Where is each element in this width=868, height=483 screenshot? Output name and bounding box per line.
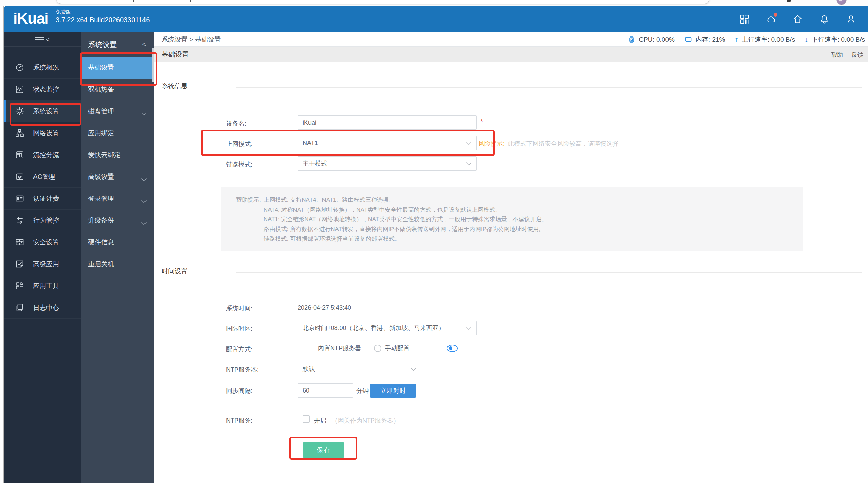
sidebar-item-label: AC管理	[33, 172, 55, 181]
sidebar-collapse-toggle[interactable]: <	[4, 32, 81, 47]
apps-grid-icon[interactable]	[739, 14, 750, 25]
submenu-collapse-icon[interactable]: <	[142, 41, 146, 48]
sidebar-item-behavior-control[interactable]: 行为管控	[4, 210, 81, 231]
build-version-label: 3.7.22 x64 Build202603301146	[56, 16, 150, 24]
memory-stat: 内存: 21%	[684, 35, 725, 44]
id-card-icon	[15, 194, 24, 203]
timezone-select[interactable]: 北京时间+08:00（北京、香港、新加坡、马来西亚）	[298, 321, 477, 335]
browser-chrome-strip	[0, 0, 868, 6]
sidebar-item-traffic-control[interactable]: 流控分流	[4, 144, 81, 166]
sync-interval-label: 同步间隔:	[226, 387, 252, 395]
device-name-input[interactable]	[298, 115, 477, 130]
browser-extension-icon[interactable]	[787, 0, 791, 2]
monitor-pulse-icon	[15, 85, 24, 94]
wan-mode-select[interactable]: NAT1	[298, 136, 477, 150]
submenu-item-app-binding[interactable]: 应用绑定	[81, 122, 154, 144]
upload-rate-stat: ↑ 上行速率: 0.00 B/s	[734, 35, 795, 44]
memory-icon	[684, 35, 692, 44]
chevron-down-icon	[466, 160, 471, 167]
page-title-bar: 基础设置 帮助 反馈	[154, 47, 868, 62]
wan-mode-label: 上网模式:	[226, 140, 252, 148]
home-icon[interactable]	[792, 14, 803, 25]
download-rate-stat: ↓ 下行速率: 0.00 B/s	[804, 35, 865, 44]
sidebar-item-label: 状态监控	[33, 85, 59, 94]
chevron-down-icon	[411, 366, 416, 373]
radio-manual-config[interactable]	[374, 345, 381, 352]
feedback-link[interactable]: 反馈	[851, 51, 864, 59]
doc-check-icon	[15, 259, 24, 269]
system-stats-bar: CPU: 0.00% 内存: 21% ↑ 上行速率: 0.00 B/s ↓ 下行…	[628, 35, 865, 44]
sidebar-item-label: 应用工具	[33, 282, 59, 290]
browser-address-bar[interactable]	[56, 0, 709, 4]
sidebar-item-log-center[interactable]: 日志中心	[4, 297, 81, 319]
submenu-item-disk-management[interactable]: 磁盘管理	[81, 100, 154, 122]
ntp-service-label: NTP服务:	[226, 416, 252, 425]
pages-icon	[15, 303, 24, 312]
chevron-down-icon	[141, 175, 147, 183]
submenu-item-advanced-settings[interactable]: 高级设置	[81, 166, 154, 188]
arrow-down-icon: ↓	[804, 35, 809, 43]
risk-warning-label: 风险提示:	[478, 140, 505, 148]
chevron-down-icon	[141, 197, 147, 205]
sidebar-item-auth-billing[interactable]: 认证计费	[4, 188, 81, 210]
sync-interval-input[interactable]	[298, 383, 353, 398]
chevron-down-icon	[466, 325, 471, 332]
submenu-item-hot-standby[interactable]: 双机热备	[81, 79, 154, 100]
wifi-box-icon	[15, 172, 24, 181]
submenu-item-login-management[interactable]: 登录管理	[81, 188, 154, 210]
sidebar-item-label: 网络设置	[33, 129, 59, 138]
user-icon[interactable]	[845, 14, 856, 25]
submenu-item-ikuai-cloud-binding[interactable]: 爱快云绑定	[81, 144, 154, 166]
ntp-service-checkbox[interactable]	[303, 415, 310, 423]
submenu-item-restart-shutdown[interactable]: 重启关机	[81, 253, 154, 275]
submenu-item-hardware-info[interactable]: 硬件信息	[81, 231, 154, 253]
submenu-scrollbar-thumb[interactable]	[152, 48, 154, 82]
sidebar-item-app-tools[interactable]: 应用工具	[4, 275, 81, 297]
sidebar-item-label: 流控分流	[33, 151, 59, 159]
sidebar-item-advanced-apps[interactable]: 高级应用	[4, 253, 81, 275]
ntp-server-select[interactable]: 默认	[298, 362, 421, 376]
submenu-item-basic-settings[interactable]: 基础设置	[81, 57, 154, 79]
section-divider	[236, 272, 862, 273]
sidebar-item-ac-management[interactable]: AC管理	[4, 166, 81, 188]
risk-warning-text: 此模式下网络安全风险较高，请谨慎选择	[508, 140, 619, 148]
required-asterisk: *	[480, 118, 483, 126]
sidebar-item-label: 系统设置	[33, 107, 59, 116]
browser-profile-avatar[interactable]	[836, 0, 847, 5]
main-content: 系统设置 > 基础设置 CPU: 0.00% 内存: 21% ↑ 上行速率: 0…	[154, 32, 868, 483]
help-tip-box: 帮助提示: 上网模式: 支持NAT4、NAT1、路由模式三种选项。 NAT4: …	[221, 187, 803, 251]
edition-label: 免费版	[56, 9, 150, 15]
save-button[interactable]: 保存	[303, 442, 344, 458]
help-link[interactable]: 帮助	[831, 51, 843, 59]
address-bar-text-fragment	[190, 0, 191, 2]
sidebar-item-label: 行为管控	[33, 216, 59, 225]
sidebar-item-label: 认证计费	[33, 194, 59, 203]
secondary-sidebar: 系统设置 < 基础设置 双机热备 磁盘管理 应用绑定 爱快云绑定 高级设置 登录…	[81, 32, 154, 483]
sidebar-item-system-overview[interactable]: 系统概况	[4, 57, 81, 79]
sidebar-item-status-monitor[interactable]: 状态监控	[4, 79, 81, 100]
header-icon-bar	[739, 6, 856, 32]
radio-builtin-ntp[interactable]	[447, 345, 458, 352]
bell-icon[interactable]	[819, 14, 830, 25]
sidebar-item-label: 安全设置	[33, 238, 59, 247]
sidebar-item-security-settings[interactable]: 安全设置	[4, 231, 81, 253]
chevron-down-icon	[141, 219, 147, 227]
sync-interval-unit: 分钟	[356, 387, 369, 395]
notification-badge-dot	[774, 13, 777, 17]
cpu-icon	[628, 35, 636, 44]
submenu-header: 系统设置 <	[81, 32, 154, 57]
sidebar-item-label: 日志中心	[33, 303, 59, 312]
collapse-chevron-icon: <	[46, 35, 49, 43]
sidebar-item-network-settings[interactable]: 网络设置	[4, 122, 81, 144]
radio-label: 手动配置	[385, 344, 410, 352]
cloud-icon[interactable]	[766, 14, 776, 25]
help-lines: 上网模式: 支持NAT4、NAT1、路由模式三种选项。 NAT4: 对称NAT（…	[264, 195, 548, 251]
ikuai-admin-window: iKuai 免费版 3.7.22 x64 Build202603301146	[3, 6, 868, 483]
sync-now-button[interactable]: 立即对时	[370, 384, 416, 398]
submenu-item-upgrade-backup[interactable]: 升级备份	[81, 210, 154, 231]
sidebar-item-system-settings[interactable]: 系统设置	[4, 100, 81, 122]
sidebar-item-label: 高级应用	[33, 260, 59, 269]
ntp-server-label: NTP服务器:	[226, 366, 259, 374]
link-mode-select[interactable]: 主干模式	[298, 156, 477, 171]
system-time-value: 2026-04-27 5:43:40	[298, 304, 351, 311]
